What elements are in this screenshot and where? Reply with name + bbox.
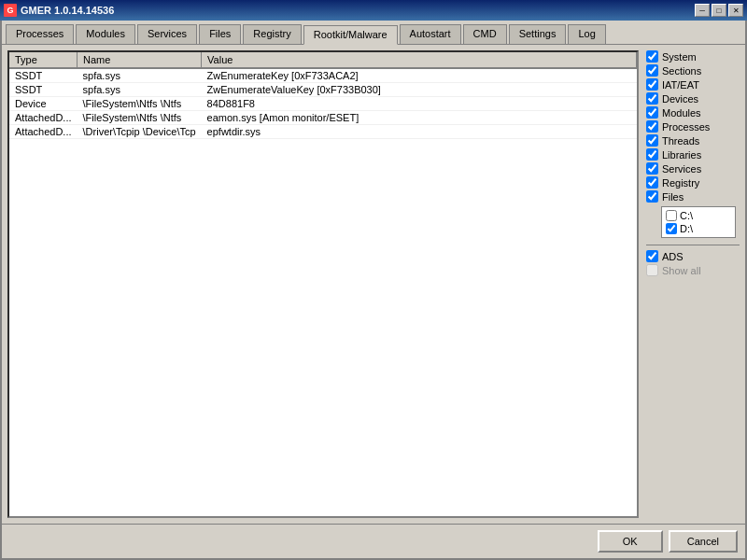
check-sections[interactable]: Sections bbox=[646, 64, 740, 77]
check-iat-eat[interactable]: IAT/EAT bbox=[646, 78, 740, 91]
check-system-label: System bbox=[662, 51, 697, 63]
col-value[interactable]: Value bbox=[202, 52, 637, 68]
tab-modules[interactable]: Modules bbox=[76, 24, 135, 44]
tab-autostart[interactable]: Autostart bbox=[400, 24, 461, 44]
cancel-button[interactable]: Cancel bbox=[669, 530, 738, 553]
app-icon: G bbox=[4, 4, 17, 17]
title-bar: G GMER 1.0.14.14536 ─ □ ✕ bbox=[0, 0, 747, 21]
cell-type: SSDT bbox=[9, 83, 78, 97]
check-devices-label: Devices bbox=[662, 93, 698, 105]
right-panel: System Sections IAT/EAT Devices Modules … bbox=[646, 50, 740, 518]
cell-type: AttachedD... bbox=[9, 111, 78, 125]
cell-type: Device bbox=[9, 97, 78, 111]
check-ads[interactable]: ADS bbox=[646, 250, 740, 262]
cell-type: SSDT bbox=[9, 68, 78, 83]
title-text: GMER 1.0.14.14536 bbox=[21, 5, 114, 16]
check-processes-label: Processes bbox=[662, 121, 710, 133]
table-row[interactable]: Device \FileSystem\Ntfs \Ntfs 84D881F8 bbox=[9, 97, 637, 111]
check-libraries-label: Libraries bbox=[662, 149, 701, 161]
cell-value: ZwEnumerateKey [0xF733ACA2] bbox=[202, 68, 637, 83]
drive-c-label: C:\ bbox=[680, 210, 693, 221]
tab-files[interactable]: Files bbox=[199, 24, 241, 44]
title-controls: ─ □ ✕ bbox=[695, 4, 743, 17]
table-row[interactable]: SSDT spfa.sys ZwEnumerateKey [0xF733ACA2… bbox=[9, 68, 637, 83]
ok-button[interactable]: OK bbox=[598, 530, 663, 553]
cell-value: 84D881F8 bbox=[202, 97, 637, 111]
check-show-all[interactable]: Show all bbox=[646, 264, 740, 276]
maximize-button[interactable]: □ bbox=[712, 4, 726, 17]
drives-sublist: C:\ D:\ bbox=[661, 206, 736, 238]
tab-log[interactable]: Log bbox=[568, 24, 605, 44]
check-services-label: Services bbox=[662, 163, 701, 175]
minimize-button[interactable]: ─ bbox=[695, 4, 710, 17]
cell-type: AttachedD... bbox=[9, 125, 78, 139]
table-row[interactable]: SSDT spfa.sys ZwEnumerateValueKey [0xF73… bbox=[9, 83, 637, 97]
cell-value: epfwtdir.sys bbox=[202, 125, 637, 139]
check-registry-label: Registry bbox=[662, 177, 699, 189]
drive-d[interactable]: D:\ bbox=[664, 222, 733, 235]
table-row[interactable]: AttachedD... \FileSystem\Ntfs \Ntfs eamo… bbox=[9, 111, 637, 125]
table-row[interactable]: AttachedD... \Driver\Tcpip \Device\Tcp e… bbox=[9, 125, 637, 139]
bottom-bar: OK Cancel bbox=[2, 524, 745, 558]
tab-cmd[interactable]: CMD bbox=[463, 24, 507, 44]
main-window: Processes Modules Services Files Registr… bbox=[0, 21, 747, 560]
cell-name: \Driver\Tcpip \Device\Tcp bbox=[78, 125, 202, 139]
check-services[interactable]: Services bbox=[646, 162, 740, 175]
content-area: Type Name Value SSDT spfa.sys ZwEnumerat… bbox=[2, 44, 745, 524]
tab-settings[interactable]: Settings bbox=[509, 24, 567, 44]
check-iat-label: IAT/EAT bbox=[662, 79, 699, 91]
check-processes[interactable]: Processes bbox=[646, 120, 740, 133]
tab-bar: Processes Modules Services Files Registr… bbox=[2, 21, 745, 44]
check-ads-label: ADS bbox=[662, 251, 684, 262]
check-system[interactable]: System bbox=[646, 50, 740, 63]
cell-value: eamon.sys [Amon monitor/ESET] bbox=[202, 111, 637, 125]
check-sections-label: Sections bbox=[662, 65, 701, 77]
tab-registry[interactable]: Registry bbox=[243, 24, 301, 44]
cell-name: \FileSystem\Ntfs \Ntfs bbox=[78, 97, 202, 111]
check-modules[interactable]: Modules bbox=[646, 106, 740, 119]
check-files[interactable]: Files bbox=[646, 190, 740, 203]
divider bbox=[646, 245, 740, 245]
cell-value: ZwEnumerateValueKey [0xF733B030] bbox=[202, 83, 637, 97]
check-show-all-label: Show all bbox=[662, 265, 701, 276]
tab-processes[interactable]: Processes bbox=[6, 24, 74, 44]
cell-name: \FileSystem\Ntfs \Ntfs bbox=[78, 111, 202, 125]
check-files-label: Files bbox=[662, 191, 684, 203]
tab-rootkit-malware[interactable]: Rootkit/Malware bbox=[303, 25, 398, 45]
check-registry[interactable]: Registry bbox=[646, 176, 740, 189]
cell-name: spfa.sys bbox=[78, 68, 202, 83]
close-button[interactable]: ✕ bbox=[728, 4, 743, 17]
tab-services[interactable]: Services bbox=[137, 24, 197, 44]
col-name[interactable]: Name bbox=[78, 52, 202, 68]
check-devices[interactable]: Devices bbox=[646, 92, 740, 105]
col-type[interactable]: Type bbox=[9, 52, 78, 68]
drive-c[interactable]: C:\ bbox=[664, 209, 733, 222]
check-threads-label: Threads bbox=[662, 135, 699, 147]
cell-name: spfa.sys bbox=[78, 83, 202, 97]
check-threads[interactable]: Threads bbox=[646, 134, 740, 147]
check-libraries[interactable]: Libraries bbox=[646, 148, 740, 161]
main-table: Type Name Value SSDT spfa.sys ZwEnumerat… bbox=[9, 52, 637, 139]
drive-d-label: D:\ bbox=[680, 223, 693, 234]
main-table-container: Type Name Value SSDT spfa.sys ZwEnumerat… bbox=[7, 50, 639, 518]
check-modules-label: Modules bbox=[662, 107, 701, 119]
